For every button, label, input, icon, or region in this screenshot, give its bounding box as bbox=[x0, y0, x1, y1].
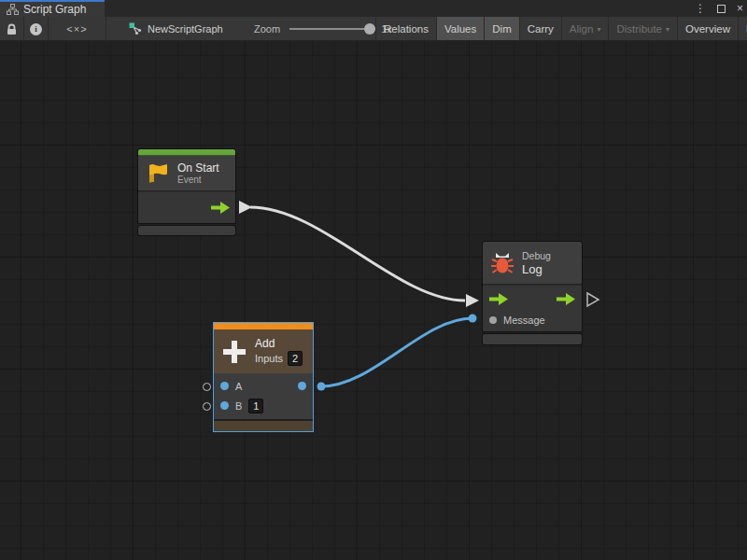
inputs-row: Inputs 2 bbox=[255, 351, 303, 366]
zoom-slider-track bbox=[289, 28, 375, 30]
message-input-port[interactable] bbox=[489, 316, 497, 324]
chevron-down-icon: ▾ bbox=[597, 25, 600, 34]
lock-button[interactable] bbox=[0, 17, 24, 41]
node-on-start[interactable]: On Start Event bbox=[138, 149, 235, 235]
port-row-b: B 1 bbox=[214, 396, 313, 415]
event-color-bar bbox=[138, 149, 235, 156]
graph-hierarchy-icon bbox=[7, 4, 19, 15]
flow-cable-end-arrow bbox=[466, 294, 479, 307]
value-cable-start-dot bbox=[317, 383, 326, 391]
flow-continue-marker[interactable] bbox=[587, 293, 599, 306]
flow-port-row bbox=[483, 286, 582, 312]
value-cable-end-dot bbox=[469, 315, 477, 323]
port-row-a: A bbox=[214, 376, 313, 396]
toolbar-left-group: i <×> bbox=[0, 17, 106, 41]
flow-input-port[interactable] bbox=[489, 293, 508, 305]
tab-bar: Script Graph ⋮ × bbox=[0, 0, 747, 17]
port-label: B bbox=[235, 400, 242, 412]
debug-log-header: Debug Log bbox=[483, 242, 582, 285]
debug-log-body: Message bbox=[483, 285, 582, 331]
node-title: On Start bbox=[177, 161, 219, 175]
values-button[interactable]: Values bbox=[436, 17, 484, 41]
inspect-button[interactable]: i bbox=[24, 17, 49, 41]
unconnected-port-a-marker[interactable] bbox=[203, 383, 211, 391]
carry-button[interactable]: Carry bbox=[519, 17, 561, 41]
zoom-slider[interactable] bbox=[289, 23, 375, 35]
toolbar-right-group: Relations Values Dim Carry Align ▾ Distr… bbox=[375, 17, 747, 41]
flow-output-port[interactable] bbox=[557, 293, 575, 305]
menu-icon[interactable]: ⋮ bbox=[695, 0, 706, 17]
result-output-port[interactable] bbox=[298, 382, 306, 390]
zoom-label: Zoom bbox=[254, 23, 280, 35]
window-controls: ⋮ × bbox=[695, 0, 743, 17]
graph-name-label: NewScriptGraph bbox=[148, 23, 223, 35]
flow-output-port[interactable] bbox=[211, 202, 230, 214]
math-color-bar bbox=[214, 323, 313, 329]
tab-script-graph[interactable]: Script Graph bbox=[0, 0, 105, 17]
flow-cable-start-arrow bbox=[239, 201, 252, 214]
value-cable[interactable] bbox=[321, 318, 472, 386]
align-button[interactable]: Align ▾ bbox=[561, 17, 609, 41]
script-graph-window: Script Graph ⋮ × i <×> bbox=[0, 0, 747, 560]
full-screen-button[interactable]: Full S bbox=[738, 17, 747, 41]
flag-icon bbox=[146, 162, 170, 185]
plus-icon bbox=[221, 339, 247, 365]
add-footer bbox=[214, 421, 313, 431]
relations-button[interactable]: Relations bbox=[375, 17, 436, 41]
close-icon[interactable]: × bbox=[737, 0, 743, 17]
lock-icon bbox=[6, 23, 18, 35]
bug-icon bbox=[490, 251, 514, 275]
on-start-header: On Start Event bbox=[138, 156, 235, 191]
info-icon: i bbox=[30, 23, 42, 35]
inputs-label: Inputs bbox=[255, 352, 283, 366]
maximize-icon[interactable] bbox=[717, 5, 726, 13]
zoom-slider-knob[interactable] bbox=[364, 23, 375, 35]
connections-layer bbox=[0, 41, 747, 560]
dim-button[interactable]: Dim bbox=[484, 17, 518, 41]
node-debug-log[interactable]: Debug Log Message bbox=[483, 242, 582, 344]
node-subtitle: Event bbox=[177, 175, 219, 186]
distribute-button[interactable]: Distribute ▾ bbox=[608, 17, 677, 41]
node-category: Debug bbox=[522, 250, 551, 262]
add-header: Add Inputs 2 bbox=[214, 329, 313, 373]
port-label: A bbox=[235, 381, 242, 392]
add-body: A B 1 bbox=[214, 373, 313, 419]
node-title: Log bbox=[522, 262, 551, 276]
zoom-control: Zoom 1x bbox=[254, 17, 392, 41]
tab-title: Script Graph bbox=[23, 3, 86, 16]
edit-source-button[interactable]: <×> bbox=[49, 17, 106, 41]
unconnected-port-b-marker[interactable] bbox=[203, 402, 211, 411]
graph-breadcrumb[interactable]: NewScriptGraph bbox=[129, 17, 223, 41]
node-add-selected[interactable]: Add Inputs 2 A B 1 bbox=[213, 322, 314, 432]
flow-cable[interactable] bbox=[250, 207, 465, 301]
chevron-down-icon: ▾ bbox=[666, 25, 669, 34]
graph-canvas[interactable]: On Start Event bbox=[0, 41, 747, 560]
node-title: Add bbox=[255, 337, 303, 351]
graph-toolbar: i <×> NewScriptGraph Zoom 1x bbox=[0, 17, 747, 41]
port-label: Message bbox=[503, 315, 545, 326]
port-b-value-field[interactable]: 1 bbox=[248, 399, 263, 413]
script-graph-icon bbox=[129, 22, 142, 35]
input-port-b[interactable] bbox=[220, 401, 229, 410]
on-start-footer bbox=[138, 226, 235, 235]
input-port-a[interactable] bbox=[220, 382, 229, 390]
debug-log-footer bbox=[483, 334, 582, 344]
overview-button[interactable]: Overview bbox=[677, 17, 738, 41]
code-icon: <×> bbox=[66, 23, 87, 35]
message-port-row: Message bbox=[483, 312, 582, 329]
inputs-count-field[interactable]: 2 bbox=[288, 351, 303, 366]
on-start-body bbox=[138, 191, 235, 223]
